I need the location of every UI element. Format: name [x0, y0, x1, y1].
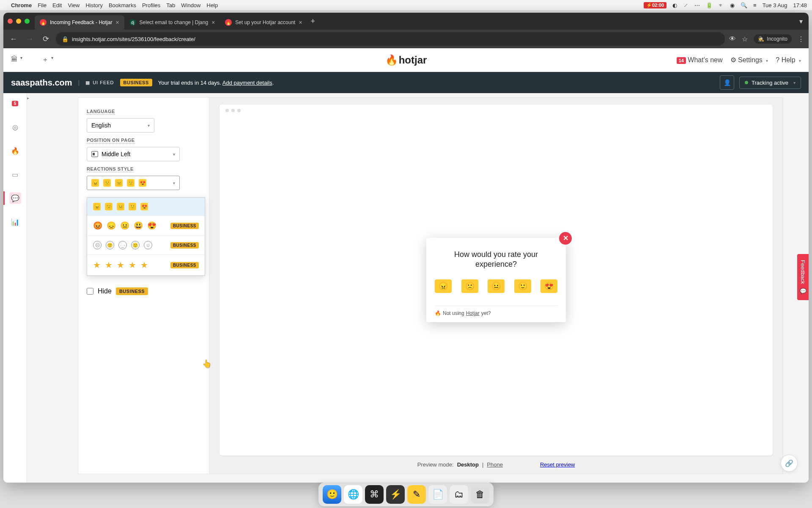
menu-window[interactable]: Window: [181, 2, 200, 8]
preview-mode-phone[interactable]: Phone: [487, 461, 503, 468]
browser-tab[interactable]: dj Select email to change | Djang ×: [124, 15, 220, 30]
menu-file[interactable]: File: [38, 2, 47, 8]
app-name[interactable]: Chrome: [11, 2, 32, 8]
wifi-icon[interactable]: ᯤ: [719, 2, 724, 8]
close-tab-button[interactable]: ×: [115, 19, 119, 26]
close-window-button[interactable]: [8, 19, 13, 24]
feed-icon: ▦: [85, 80, 90, 86]
rail-item-feedback[interactable]: 💬: [9, 192, 21, 204]
rail-item[interactable]: 5: [9, 97, 21, 109]
dock-finder[interactable]: 🙂: [323, 485, 341, 504]
content-area: LANGUAGE English POSITION ON PAGE Middle…: [27, 93, 809, 483]
browser-menu-button[interactable]: ⋮: [798, 35, 804, 43]
rail-count-badge: 5: [12, 101, 19, 106]
menubar-icon[interactable]: ⋯: [694, 2, 700, 8]
browser-tab[interactable]: 🔥 Incoming Feedback - Hotjar ×: [35, 15, 124, 30]
close-tab-button[interactable]: ×: [299, 19, 302, 26]
spotlight-icon[interactable]: 🔍: [741, 2, 747, 8]
target-icon: ◎: [12, 123, 18, 131]
dock-app[interactable]: ✎: [407, 485, 426, 504]
flame-icon: 🔥: [385, 54, 398, 66]
menu-edit[interactable]: Edit: [52, 2, 62, 8]
menu-help[interactable]: Help: [207, 2, 218, 8]
expand-rail-button[interactable]: ▸: [27, 96, 29, 100]
maximize-window-button[interactable]: [25, 19, 30, 24]
incognito-icon: 🕵️: [758, 36, 764, 42]
eye-off-icon[interactable]: 👁: [729, 35, 736, 43]
back-button[interactable]: ←: [8, 35, 19, 44]
reset-preview-link[interactable]: Reset preview: [540, 461, 575, 468]
reactions-select[interactable]: 😠 🙁 😐 🙂 😍: [87, 176, 180, 190]
settings-menu[interactable]: ⚙ Settings: [730, 56, 768, 64]
chevron-down-icon[interactable]: ▾: [20, 55, 22, 64]
whats-new-link[interactable]: 14 What's new: [677, 56, 723, 64]
position-select[interactable]: Middle Left: [87, 147, 180, 161]
language-select[interactable]: English: [87, 118, 154, 133]
flame-icon: 🔥: [11, 147, 19, 155]
menu-bookmarks[interactable]: Bookmarks: [109, 2, 136, 8]
flame-icon: 🔥: [435, 310, 441, 316]
hide-checkbox[interactable]: [87, 288, 93, 295]
rail-item-surveys[interactable]: 📊: [9, 216, 21, 228]
reload-button[interactable]: ⟳: [40, 34, 52, 44]
reaction-option-yellow[interactable]: 😠 🙁 😐 🙂 😍: [87, 198, 205, 216]
site-name: saaspaths.com: [11, 78, 72, 88]
minimize-window-button[interactable]: [16, 19, 21, 24]
rail-item-recordings[interactable]: ▭: [9, 168, 21, 180]
reaction-neutral[interactable]: 😐: [488, 279, 505, 293]
control-center-icon[interactable]: ◉: [730, 2, 735, 8]
user-menu-button[interactable]: 👤: [720, 75, 734, 90]
hotjar-link[interactable]: Hotjar: [466, 310, 480, 316]
menu-view[interactable]: View: [68, 2, 80, 8]
reaction-option-native[interactable]: 😡 😞 😐 😃 😍 BUSINESS: [87, 216, 205, 236]
add-payment-link[interactable]: Add payment details: [222, 80, 272, 86]
widget-close-button[interactable]: ✕: [559, 232, 572, 245]
dock-app[interactable]: 🗂: [450, 485, 468, 504]
reaction-dislike[interactable]: 🙁: [461, 279, 478, 293]
browser-tab[interactable]: 🔥 Set up your Hotjar account ×: [220, 15, 307, 30]
reaction-option-stars[interactable]: ★ ★ ★ ★ ★ BUSINESS: [87, 255, 205, 276]
rail-item-target[interactable]: ◎: [9, 121, 21, 133]
incognito-indicator[interactable]: 🕵️ Incognito: [754, 34, 792, 44]
menubar-icon[interactable]: ◐: [672, 2, 677, 8]
new-tab-button[interactable]: +: [311, 17, 315, 26]
site-switcher-icon[interactable]: 🏛: [11, 55, 18, 64]
battery-status[interactable]: ⚡02:00: [644, 2, 667, 8]
url-input[interactable]: 🔒 insights.hotjar.com/sites/2536100/feed…: [56, 32, 725, 46]
copy-link-button[interactable]: 🔗: [781, 455, 798, 472]
battery-icon[interactable]: 🔋: [706, 2, 713, 8]
menu-history[interactable]: History: [85, 2, 102, 8]
reaction-love[interactable]: 😍: [540, 279, 557, 293]
dock-terminal[interactable]: ⌘: [365, 485, 384, 504]
reaction-like[interactable]: 🙂: [514, 279, 531, 293]
reaction-hate[interactable]: 😠: [435, 279, 452, 293]
add-icon[interactable]: ＋: [42, 55, 49, 64]
preview-mode-desktop[interactable]: Desktop: [457, 461, 479, 468]
dock-chrome[interactable]: 🌐: [344, 485, 362, 504]
menubar-icon[interactable]: ⟋: [683, 2, 689, 8]
menu-profiles[interactable]: Profiles: [142, 2, 160, 8]
dock-app[interactable]: 📄: [428, 485, 447, 504]
feedback-widget-preview: ✕ How would you rate your experience? 😠 …: [426, 238, 566, 323]
forward-button[interactable]: →: [24, 35, 36, 44]
menubar-time[interactable]: 17:48: [793, 2, 807, 8]
close-tab-button[interactable]: ×: [211, 19, 215, 26]
language-value: English: [91, 122, 111, 129]
menu-tab[interactable]: Tab: [166, 2, 175, 8]
chevron-down-icon[interactable]: ▾: [51, 55, 53, 64]
rail-item-heatmaps[interactable]: 🔥: [9, 145, 21, 157]
app-header: 🏛 ▾ ＋ ▾ 🔥hotjar 14 What's new ⚙ Settings…: [3, 48, 809, 72]
dock-app[interactable]: ⚡: [386, 485, 405, 504]
tab-search-button[interactable]: ▾: [799, 17, 803, 25]
hide-option-row: Hide BUSINESS: [87, 287, 200, 295]
tracking-status[interactable]: Tracking active: [739, 77, 801, 89]
dock-trash[interactable]: 🗑: [471, 485, 489, 504]
help-menu[interactable]: ? Help: [776, 56, 801, 64]
bookmark-star-icon[interactable]: ☆: [742, 35, 748, 43]
siri-icon[interactable]: ≡: [753, 2, 757, 8]
tab-title: Incoming Feedback - Hotjar: [50, 19, 112, 25]
hotjar-logo[interactable]: 🔥hotjar: [385, 54, 427, 66]
reaction-option-outline[interactable]: ☹ 🙁 ·_· 🙂 ☺ BUSINESS: [87, 236, 205, 255]
menubar-date[interactable]: Tue 3 Aug: [763, 2, 787, 8]
feedback-side-tab[interactable]: Feedback 💬: [797, 254, 809, 300]
